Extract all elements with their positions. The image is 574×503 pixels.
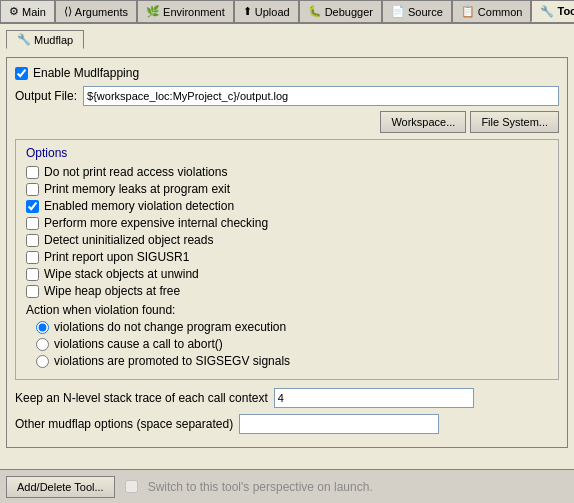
expensive-checkbox[interactable]: [26, 217, 39, 230]
checkbox-uninit: Detect uninitialized object reads: [26, 233, 548, 247]
debugger-icon: 🐛: [308, 5, 322, 18]
other-options-label: Other mudflap options (space separated): [15, 417, 233, 431]
radio-no-change: violations do not change program executi…: [26, 320, 548, 334]
stack-trace-label: Keep an N-level stack trace of each call…: [15, 391, 268, 405]
other-options-row: Other mudflap options (space separated): [15, 414, 559, 434]
radio-sigsegv: violations are promoted to SIGSEGV signa…: [26, 354, 548, 368]
tab-tools[interactable]: 🔧 Tools: [531, 0, 574, 22]
output-file-label: Output File:: [15, 89, 77, 103]
heap-checkbox[interactable]: [26, 285, 39, 298]
tab-upload[interactable]: ⬆ Upload: [234, 0, 299, 22]
checkbox-heap: Wipe heap objects at free: [26, 284, 548, 298]
no-change-radio[interactable]: [36, 321, 49, 334]
file-system-button[interactable]: File System...: [470, 111, 559, 133]
action-label: Action when violation found:: [26, 303, 548, 317]
inner-tab-bar: 🔧 Mudflap: [6, 30, 568, 49]
no-change-label: violations do not change program executi…: [54, 320, 286, 334]
output-file-input[interactable]: [83, 86, 559, 106]
sigsegv-radio[interactable]: [36, 355, 49, 368]
checkbox-no-read: Do not print read access violations: [26, 165, 548, 179]
tab-main[interactable]: ⚙ Main: [0, 0, 55, 22]
file-buttons-row: Workspace... File System...: [15, 111, 559, 133]
radio-abort: violations cause a call to abort(): [26, 337, 548, 351]
mem-leaks-label: Print memory leaks at program exit: [44, 182, 230, 196]
expensive-label: Perform more expensive internal checking: [44, 216, 268, 230]
enable-mudflapping-checkbox[interactable]: [15, 67, 28, 80]
arguments-icon: ⟨⟩: [64, 5, 72, 18]
enable-mudflapping-row: Enable Mudlfapping: [15, 66, 559, 80]
mem-violation-checkbox[interactable]: [26, 200, 39, 213]
mudflap-tab-icon: 🔧: [17, 33, 31, 46]
stack-checkbox[interactable]: [26, 268, 39, 281]
abort-label: violations cause a call to abort(): [54, 337, 223, 351]
add-delete-tool-button[interactable]: Add/Delete Tool...: [6, 476, 115, 498]
uninit-label: Detect uninitialized object reads: [44, 233, 213, 247]
content-area: 🔧 Mudflap Enable Mudlfapping Output File…: [0, 24, 574, 469]
no-read-checkbox[interactable]: [26, 166, 39, 179]
sigsegv-label: violations are promoted to SIGSEGV signa…: [54, 354, 290, 368]
enable-mudflapping-label: Enable Mudlfapping: [33, 66, 139, 80]
switch-perspective-checkbox[interactable]: [125, 480, 138, 493]
mem-leaks-checkbox[interactable]: [26, 183, 39, 196]
sigusr1-checkbox[interactable]: [26, 251, 39, 264]
stack-trace-row: Keep an N-level stack trace of each call…: [15, 388, 559, 408]
heap-label: Wipe heap objects at free: [44, 284, 180, 298]
switch-perspective-label: Switch to this tool's perspective on lau…: [148, 480, 373, 494]
tab-bar: ⚙ Main ⟨⟩ Arguments 🌿 Environment ⬆ Uplo…: [0, 0, 574, 24]
output-file-row: Output File:: [15, 86, 559, 106]
mudflap-content: Enable Mudlfapping Output File: Workspac…: [6, 57, 568, 448]
tab-arguments[interactable]: ⟨⟩ Arguments: [55, 0, 137, 22]
stack-label: Wipe stack objects at unwind: [44, 267, 199, 281]
uninit-checkbox[interactable]: [26, 234, 39, 247]
environment-icon: 🌿: [146, 5, 160, 18]
stack-trace-input[interactable]: [274, 388, 474, 408]
common-icon: 📋: [461, 5, 475, 18]
main-icon: ⚙: [9, 5, 19, 18]
upload-icon: ⬆: [243, 5, 252, 18]
checkbox-mem-violation: Enabled memory violation detection: [26, 199, 548, 213]
checkbox-mem-leaks: Print memory leaks at program exit: [26, 182, 548, 196]
source-icon: 📄: [391, 5, 405, 18]
checkbox-sigusr1: Print report upon SIGUSR1: [26, 250, 548, 264]
abort-radio[interactable]: [36, 338, 49, 351]
mem-violation-label: Enabled memory violation detection: [44, 199, 234, 213]
other-options-input[interactable]: [239, 414, 439, 434]
tab-debugger[interactable]: 🐛 Debugger: [299, 0, 382, 22]
tab-common[interactable]: 📋 Common: [452, 0, 532, 22]
tab-source[interactable]: 📄 Source: [382, 0, 452, 22]
tools-icon: 🔧: [540, 5, 554, 18]
options-group: Options Do not print read access violati…: [15, 139, 559, 380]
workspace-button[interactable]: Workspace...: [380, 111, 466, 133]
no-read-label: Do not print read access violations: [44, 165, 227, 179]
checkbox-expensive: Perform more expensive internal checking: [26, 216, 548, 230]
action-section: Action when violation found: violations …: [26, 303, 548, 368]
tab-environment[interactable]: 🌿 Environment: [137, 0, 234, 22]
sigusr1-label: Print report upon SIGUSR1: [44, 250, 189, 264]
bottom-bar: Add/Delete Tool... Switch to this tool's…: [0, 469, 574, 503]
options-title: Options: [26, 146, 548, 160]
checkbox-stack: Wipe stack objects at unwind: [26, 267, 548, 281]
inner-tab-mudflap[interactable]: 🔧 Mudflap: [6, 30, 84, 49]
